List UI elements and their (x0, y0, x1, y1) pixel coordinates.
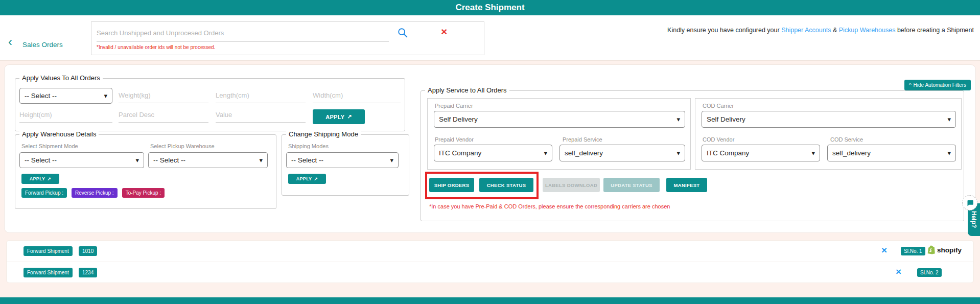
cod-box: COD Carrier Self Delivery ▾ COD Vendor I… (695, 98, 962, 170)
select-value: -- Select -- (291, 156, 323, 164)
order-row: Forward Shipment 1234 × Sl.No. 2 (7, 262, 973, 284)
cod-carrier-label: COD Carrier (703, 103, 734, 109)
chevron-down-icon: ▾ (135, 157, 139, 163)
subheader: ‹ Sales Orders × *Invalid / unavailable … (0, 15, 980, 61)
slno-badge: Sl.No. 1 (901, 247, 925, 255)
shopify-wordmark: shopify (937, 246, 962, 254)
prepaid-vendor-select[interactable]: ITC Company ▾ (434, 145, 552, 161)
forward-pickup-badge: Forward Pickup : (21, 188, 67, 198)
page-title: Create Shipment (455, 3, 524, 13)
value-input[interactable] (216, 107, 306, 123)
parcel-desc-input[interactable] (119, 107, 208, 123)
prepaid-service-label: Prepaid Service (563, 136, 602, 143)
clear-search-icon[interactable]: × (441, 26, 447, 37)
create-shipment-page: Create Shipment ‹ Sales Orders × *Invali… (0, 0, 980, 304)
chevron-down-icon: ▾ (811, 150, 815, 156)
shipping-mode-select[interactable]: -- Select -- ▾ (286, 152, 399, 168)
hide-automation-filters-button[interactable]: ^ Hide Automation Filters (904, 80, 971, 90)
carriers-note: *In case you have Pre-Paid & COD Orders,… (429, 203, 670, 209)
slno-badge: Sl.No. 2 (917, 268, 942, 277)
apply-label: APPLY (30, 176, 45, 181)
filters-card: ^ Hide Automation Filters Apply Values T… (4, 64, 976, 233)
config-notice: Kindly ensure you have configured your S… (667, 27, 974, 34)
order-id-badge: 1234 (79, 268, 97, 277)
order-id-badge: 1010 (79, 246, 97, 256)
apply-warehouse-button[interactable]: APPLY ↗ (21, 174, 59, 184)
help-avatar-icon[interactable] (962, 195, 977, 211)
apply-values-button[interactable]: APPLY ↗ (313, 109, 365, 124)
back-chevron-icon[interactable]: ‹ (8, 36, 12, 48)
external-arrow-icon: ↗ (47, 176, 51, 181)
warehouse-legend: Apply Warehouse Details (19, 130, 99, 138)
cod-vendor-select[interactable]: ITC Company ▾ (702, 145, 820, 161)
remove-order-icon[interactable]: × (896, 267, 901, 276)
prepaid-carrier-select[interactable]: Self Delivery ▾ (434, 111, 685, 128)
chevron-down-icon: ▾ (947, 116, 951, 123)
shopify-bag-icon (927, 245, 936, 254)
pickup-warehouse-label: Select Pickup Warehouse (150, 143, 215, 149)
length-input[interactable] (216, 88, 306, 103)
weight-input[interactable] (119, 88, 208, 103)
hide-filters-label: Hide Automation Filters (914, 82, 966, 88)
prepaid-carrier-label: Prepaid Carrier (435, 103, 473, 109)
select-value: ITC Company (707, 149, 749, 157)
apply-label: APPLY (325, 114, 344, 120)
shipping-mode-legend: Change Shipping Mode (286, 130, 361, 138)
select-value: self_delivery (832, 149, 871, 157)
search-icon[interactable] (397, 27, 408, 40)
chevron-down-icon: ▾ (390, 157, 393, 163)
apply-shipping-mode-button[interactable]: APPLY ↗ (288, 174, 326, 184)
search-input[interactable] (97, 25, 389, 41)
select-value: -- Select -- (25, 92, 57, 100)
chevron-down-icon: ▾ (104, 92, 107, 99)
check-status-button[interactable]: CHECK STATUS (479, 178, 533, 192)
cod-vendor-label: COD Vendor (703, 136, 734, 143)
select-value: self_delivery (565, 149, 603, 157)
external-arrow-icon: ↗ (347, 113, 352, 120)
manifest-button[interactable]: MANIFEST (666, 178, 707, 192)
shipping-modes-label: Shipping Modes (288, 143, 329, 149)
shipment-mode-select[interactable]: -- Select -- ▾ (19, 152, 144, 168)
chevron-down-icon: ▾ (544, 150, 547, 156)
chevron-down-icon: ▾ (947, 150, 951, 156)
chevron-down-icon: ▾ (676, 116, 680, 123)
chevron-down-icon: ▾ (676, 150, 680, 156)
external-arrow-icon: ↗ (314, 176, 318, 181)
apply-values-fieldset: Apply Values To All Orders -- Select -- … (15, 78, 405, 131)
notice-text-post: before creating a Shipment (895, 27, 974, 34)
topay-pickup-badge: To-Pay Pickup : (122, 188, 165, 198)
orders-card: Forward Shipment 1010 × Sl.No. 1 shopify… (6, 240, 974, 283)
prepaid-service-select[interactable]: self_delivery ▾ (559, 145, 685, 161)
collapse-caret-icon: ^ (909, 82, 912, 88)
app-header: Create Shipment (0, 0, 980, 15)
labels-download-button[interactable]: LABELS DOWNLOAD (543, 178, 600, 192)
shipment-type-badge: Forward Shipment (24, 246, 73, 256)
notice-text-sep: & (831, 27, 838, 34)
shopify-logo: shopify (927, 245, 962, 254)
shipper-accounts-link[interactable]: Shipper Accounts (781, 27, 831, 34)
height-input[interactable] (19, 107, 112, 123)
ship-orders-button[interactable]: SHIP ORDERS (429, 178, 474, 192)
width-input[interactable] (313, 88, 401, 103)
update-status-button[interactable]: UPDATE STATUS (603, 178, 660, 192)
footer-bar (0, 297, 980, 304)
sales-orders-link[interactable]: Sales Orders (22, 41, 63, 49)
select-value: Self Delivery (707, 115, 745, 123)
select-value: -- Select -- (153, 156, 185, 164)
remove-order-icon[interactable]: × (881, 245, 887, 255)
order-row: Forward Shipment 1010 × Sl.No. 1 shopify (7, 241, 973, 262)
service-legend: Apply Service to All Orders (425, 86, 509, 94)
apply-values-legend: Apply Values To All Orders (19, 74, 103, 82)
chevron-down-icon: ▾ (259, 157, 263, 163)
select-value: ITC Company (439, 149, 481, 157)
notice-text-pre: Kindly ensure you have configured your (667, 27, 781, 34)
cod-service-select[interactable]: self_delivery ▾ (827, 145, 956, 161)
cod-carrier-select[interactable]: Self Delivery ▾ (702, 111, 956, 128)
pickup-warehouses-link[interactable]: Pickup Warehouses (839, 27, 896, 34)
pickup-legend-badges: Forward Pickup : Reverse Pickup : To-Pay… (21, 188, 165, 198)
pickup-warehouse-select[interactable]: -- Select -- ▾ (148, 152, 268, 168)
prepaid-vendor-label: Prepaid Vendor (435, 136, 474, 143)
apply-label: APPLY (296, 176, 312, 181)
cod-service-label: COD Service (830, 136, 863, 143)
values-field-select[interactable]: -- Select -- ▾ (19, 88, 112, 104)
